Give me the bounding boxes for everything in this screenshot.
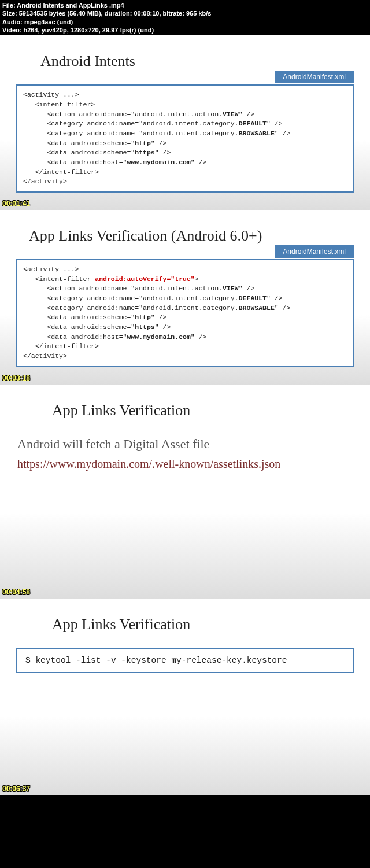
code-block-1: <activity ...> <intent-filter> <action a… — [16, 84, 354, 193]
filename-tab-2: AndroidManifest.xml — [275, 245, 354, 258]
slide-3: App Links Verification Android will fetc… — [0, 385, 370, 599]
timestamp-2: 00:03:18 — [2, 374, 30, 382]
audio-line: Audio: mpeg4aac (und) — [2, 18, 368, 26]
media-info-header: File: Android Intents and AppLinks .mp4 … — [0, 0, 370, 35]
slide-3-subtext: Android will fetch a Digital Asset file — [17, 437, 370, 452]
slide-2-title: App Links Verification (Android 6.0+) — [29, 227, 370, 245]
video-line: Video: h264, yuv420p, 1280x720, 29.97 fp… — [2, 26, 368, 34]
slide-1-title: Android Intents — [40, 53, 370, 70]
slide-3-title: App Links Verification — [52, 402, 370, 419]
codebox-wrap-1: AndroidManifest.xml <activity ...> <inte… — [16, 84, 354, 193]
slide-4-title: App Links Verification — [52, 616, 370, 633]
code-block-2: <activity ...> <intent-filter android:au… — [16, 259, 354, 367]
slide-1: Android Intents AndroidManifest.xml <act… — [0, 35, 370, 210]
command-box: $ keytool -list -v -keystore my-release-… — [16, 648, 354, 673]
timestamp-4: 00:06:37 — [2, 785, 30, 793]
timestamp-1: 00:01:41 — [2, 200, 30, 208]
filename-tab-1: AndroidManifest.xml — [275, 71, 354, 83]
slide-2: App Links Verification (Android 6.0+) An… — [0, 210, 370, 385]
timestamp-3: 00:04:58 — [2, 588, 30, 596]
size-line: Size: 59134535 bytes (56.40 MiB), durati… — [2, 9, 368, 17]
file-line: File: Android Intents and AppLinks .mp4 — [2, 1, 368, 9]
slide-3-url: https://www.mydomain.com/.well-known/ass… — [17, 457, 370, 471]
slide-4: App Links Verification $ keytool -list -… — [0, 599, 370, 795]
codebox-wrap-2: AndroidManifest.xml <activity ...> <inte… — [16, 259, 354, 367]
